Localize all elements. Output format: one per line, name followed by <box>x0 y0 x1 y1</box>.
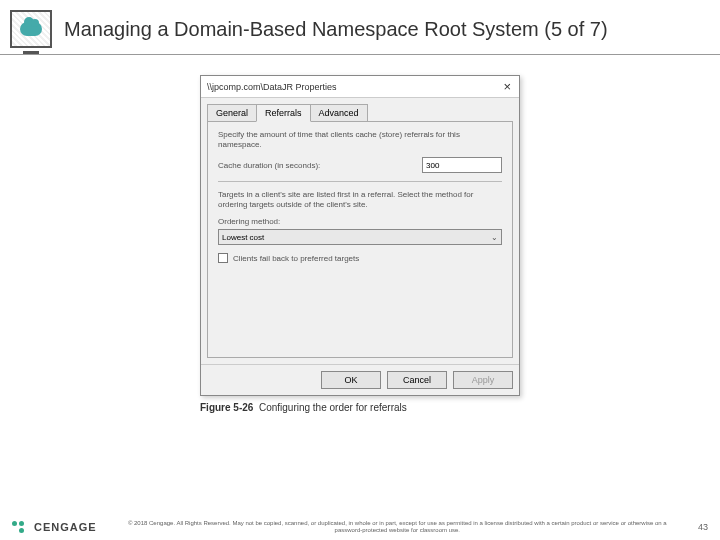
tab-strip: General Referrals Advanced <box>201 98 519 122</box>
cache-duration-label: Cache duration (in seconds): <box>218 161 320 170</box>
divider <box>218 181 502 182</box>
ordering-method-dropdown[interactable]: Lowest cost ⌄ <box>218 229 502 245</box>
monitor-icon <box>10 10 52 48</box>
figure-text: Configuring the order for referrals <box>259 402 407 413</box>
brand-name: CENGAGE <box>34 521 97 533</box>
copyright-text: © 2018 Cengage. All Rights Reserved. May… <box>107 520 688 534</box>
chevron-down-icon: ⌄ <box>491 233 498 242</box>
failback-checkbox[interactable] <box>218 253 228 263</box>
tab-general[interactable]: General <box>207 104 257 122</box>
ok-button[interactable]: OK <box>321 371 381 389</box>
dialog-titlebar: \\jpcomp.com\DataJR Properties × <box>201 76 519 98</box>
tab-referrals[interactable]: Referrals <box>256 104 311 122</box>
page-number: 43 <box>698 522 708 532</box>
figure-caption: Figure 5-26 Configuring the order for re… <box>200 402 720 413</box>
dialog-button-row: OK Cancel Apply <box>201 364 519 395</box>
slide-header: Managing a Domain-Based Namespace Root S… <box>0 0 720 55</box>
apply-button[interactable]: Apply <box>453 371 513 389</box>
cache-duration-input[interactable] <box>422 157 502 173</box>
ordering-method-label: Ordering method: <box>218 217 502 226</box>
cancel-button[interactable]: Cancel <box>387 371 447 389</box>
cloud-icon <box>20 22 42 36</box>
cengage-logo-icon <box>12 521 24 533</box>
close-icon[interactable]: × <box>501 80 513 93</box>
tab-panel-referrals: Specify the amount of time that clients … <box>207 121 513 358</box>
properties-dialog: \\jpcomp.com\DataJR Properties × General… <box>200 75 520 396</box>
ordering-method-value: Lowest cost <box>222 233 264 242</box>
page-title: Managing a Domain-Based Namespace Root S… <box>64 18 608 41</box>
ordering-desc: Targets in a client's site are listed fi… <box>218 190 502 209</box>
failback-label: Clients fail back to preferred targets <box>233 254 359 263</box>
cache-desc: Specify the amount of time that clients … <box>218 130 502 149</box>
tab-advanced[interactable]: Advanced <box>310 104 368 122</box>
dialog-title: \\jpcomp.com\DataJR Properties <box>207 82 337 92</box>
figure-label: Figure 5-26 <box>200 402 253 413</box>
slide-footer: CENGAGE © 2018 Cengage. All Rights Reser… <box>0 520 720 534</box>
